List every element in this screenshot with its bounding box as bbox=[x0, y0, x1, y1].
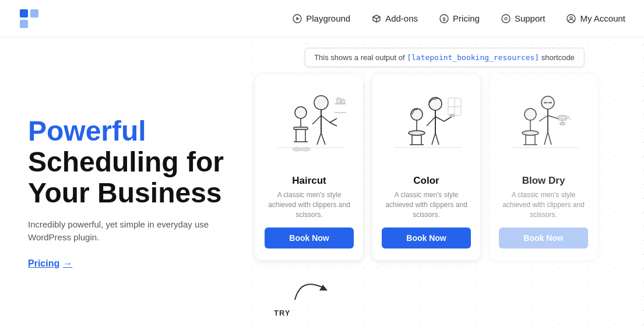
nav-pricing[interactable]: $ Pricing bbox=[439, 13, 480, 24]
svg-point-10 bbox=[570, 16, 572, 19]
service-card-haircut: Haircut A classic men's style achieved w… bbox=[255, 75, 363, 260]
nav-playground[interactable]: Playground bbox=[292, 13, 350, 24]
color-title: Color bbox=[413, 175, 439, 187]
svg-marker-4 bbox=[297, 17, 300, 20]
haircut-book-button[interactable]: Book Now bbox=[265, 228, 354, 249]
svg-rect-27 bbox=[337, 98, 340, 104]
svg-point-42 bbox=[409, 131, 425, 135]
color-book-button[interactable]: Book Now bbox=[382, 228, 471, 249]
shortcode-banner: This shows a real output of [latepoint_b… bbox=[304, 48, 585, 67]
svg-line-17 bbox=[330, 118, 337, 123]
svg-line-16 bbox=[321, 133, 325, 145]
svg-line-36 bbox=[432, 133, 435, 145]
box-icon bbox=[371, 13, 382, 24]
blow-dry-illustration bbox=[506, 86, 582, 168]
svg-rect-0 bbox=[20, 9, 28, 18]
play-circle-icon bbox=[292, 13, 302, 24]
svg-point-31 bbox=[301, 148, 310, 151]
demo-area: This shows a real output of [latepoint_b… bbox=[245, 37, 644, 336]
haircut-title: Haircut bbox=[292, 175, 326, 187]
logo[interactable] bbox=[19, 8, 40, 29]
service-card-color: Color A classic men's style achieved wit… bbox=[372, 75, 480, 260]
svg-point-7 bbox=[502, 15, 510, 23]
hero-section: Powerful Scheduling for Your Business In… bbox=[0, 37, 245, 336]
nav-account[interactable]: My Account bbox=[566, 13, 625, 24]
pricing-link[interactable]: Pricing → bbox=[28, 258, 226, 269]
svg-rect-2 bbox=[20, 20, 28, 28]
svg-line-55 bbox=[544, 132, 548, 145]
svg-line-35 bbox=[435, 117, 444, 121]
svg-line-54 bbox=[548, 116, 559, 119]
svg-line-56 bbox=[548, 132, 551, 145]
logo-icon bbox=[19, 8, 40, 29]
haircut-desc: A classic men's style achieved with clip… bbox=[265, 190, 354, 219]
hero-description: Incredibly powerful, yet simple in every… bbox=[28, 218, 226, 244]
svg-rect-28 bbox=[342, 99, 344, 104]
haircut-illustration bbox=[272, 86, 347, 168]
svg-rect-1 bbox=[30, 9, 38, 18]
color-desc: A classic men's style achieved with clip… bbox=[382, 190, 471, 219]
service-cards: Haircut A classic men's style achieved w… bbox=[251, 75, 644, 260]
svg-line-18 bbox=[330, 123, 337, 126]
svg-point-11 bbox=[314, 96, 328, 110]
nav-addons[interactable]: Add-ons bbox=[371, 13, 418, 24]
svg-rect-57 bbox=[558, 116, 566, 120]
svg-point-60 bbox=[525, 108, 536, 120]
svg-point-19 bbox=[295, 107, 307, 118]
user-circle-icon bbox=[566, 13, 576, 24]
svg-line-38 bbox=[444, 117, 452, 121]
color-illustration bbox=[389, 86, 464, 168]
svg-line-13 bbox=[312, 116, 321, 124]
try-label: TRY bbox=[274, 309, 291, 317]
svg-line-53 bbox=[539, 116, 548, 121]
hero-title: Powerful Scheduling for Your Business bbox=[28, 116, 226, 208]
service-card-blow-dry: Blow Dry A classic men's style achieved … bbox=[490, 75, 597, 260]
main-content: Powerful Scheduling for Your Business In… bbox=[0, 37, 644, 336]
blow-dry-desc: A classic men's style achieved with clip… bbox=[499, 190, 588, 219]
svg-line-34 bbox=[427, 117, 435, 126]
svg-point-8 bbox=[505, 18, 507, 20]
svg-point-62 bbox=[522, 131, 539, 135]
try-arrow bbox=[283, 271, 330, 306]
dollar-icon: $ bbox=[439, 13, 449, 24]
blow-dry-book-button[interactable]: Book Now bbox=[499, 228, 588, 249]
navbar: Playground Add-ons $ Pricing Support My … bbox=[0, 0, 644, 37]
svg-marker-67 bbox=[319, 285, 328, 290]
svg-rect-20 bbox=[294, 127, 308, 130]
nav-support[interactable]: Support bbox=[501, 13, 546, 24]
blow-dry-title: Blow Dry bbox=[522, 175, 565, 187]
svg-line-15 bbox=[317, 133, 321, 145]
svg-text:$: $ bbox=[443, 16, 446, 22]
svg-line-37 bbox=[435, 133, 439, 145]
svg-line-14 bbox=[321, 116, 330, 123]
settings-circle-icon bbox=[501, 13, 511, 24]
svg-rect-59 bbox=[560, 123, 565, 125]
nav-links: Playground Add-ons $ Pricing Support My … bbox=[292, 13, 625, 24]
